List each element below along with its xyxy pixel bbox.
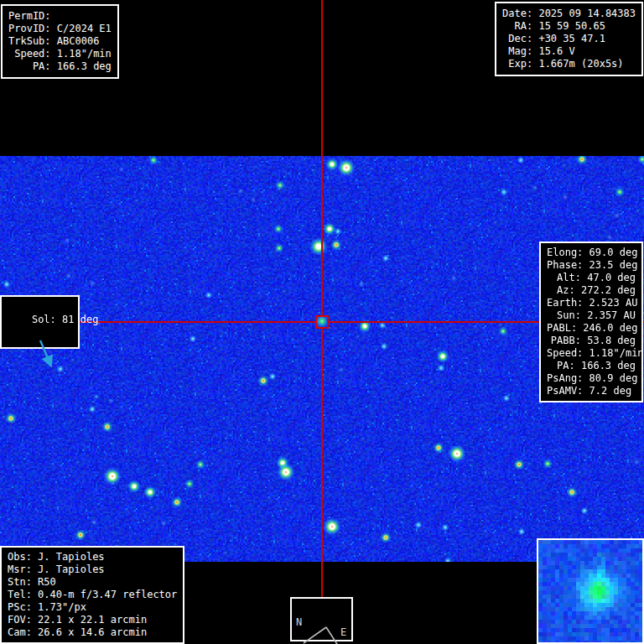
info-label: Cam: bbox=[8, 626, 32, 639]
info-row: Earth:2.523 AU bbox=[547, 297, 636, 309]
info-value: 166.3 deg bbox=[51, 60, 112, 73]
info-value: 22.1 x 22.1 arcmin bbox=[32, 614, 147, 626]
info-label: Mag: bbox=[502, 45, 532, 58]
info-label: PSc: bbox=[8, 601, 32, 614]
info-value: 26.6 x 14.6 arcmin bbox=[32, 626, 147, 639]
geometry-info-panel: Elong:69.0 degPhase:23.5 degAlt:47.0 deg… bbox=[539, 242, 643, 402]
info-label: Alt: bbox=[547, 272, 581, 284]
info-label: Speed: bbox=[8, 48, 51, 60]
compass-panel: N E bbox=[290, 597, 353, 641]
info-row: PsAMV:7.2 deg bbox=[547, 385, 636, 397]
info-row: Sun:2.357 AU bbox=[547, 309, 636, 322]
info-value: C/2024 E1 bbox=[51, 23, 112, 35]
info-label: PsAng: bbox=[547, 372, 583, 385]
target-zoom-inset bbox=[537, 538, 644, 644]
info-row: Az:272.2 deg bbox=[547, 284, 636, 297]
info-value: 1.73"/px bbox=[32, 601, 86, 614]
info-label: PABL: bbox=[547, 322, 577, 335]
observer-info-panel: Obs:J. TapiolesMsr:J. TapiolesStn:R50Tel… bbox=[0, 546, 184, 644]
compass-east-label: E bbox=[340, 626, 346, 639]
info-value: 2025 09 14.84383 bbox=[532, 8, 636, 20]
info-value: 15.6 V bbox=[532, 45, 575, 58]
info-row: Cam:26.6 x 14.6 arcmin bbox=[8, 626, 177, 639]
info-value: 166.3 deg bbox=[575, 360, 636, 372]
info-label: Speed: bbox=[547, 347, 583, 360]
info-value: 47.0 deg bbox=[581, 272, 636, 284]
info-label: Dec: bbox=[502, 33, 532, 45]
info-value: 1.667m (20x5s) bbox=[532, 58, 623, 70]
info-row: Tel:0.40-m f/3.47 reflector bbox=[8, 589, 177, 601]
info-row: RA:15 59 50.65 bbox=[502, 20, 636, 33]
info-value: 23.5 deg bbox=[583, 259, 637, 272]
target-zoom-image bbox=[538, 540, 642, 642]
info-value: 53.8 deg bbox=[581, 335, 636, 347]
info-row: Dec:+30 35 47.1 bbox=[502, 33, 636, 45]
info-label: Exp: bbox=[502, 58, 532, 70]
info-row: FOV:22.1 x 22.1 arcmin bbox=[8, 614, 177, 626]
info-value: 69.0 deg bbox=[583, 247, 637, 259]
info-value: 0.40-m f/3.47 reflector bbox=[32, 589, 177, 601]
info-label: Phase: bbox=[547, 259, 583, 272]
info-row: PA:166.3 deg bbox=[8, 60, 112, 73]
info-row: PSc:1.73"/px bbox=[8, 601, 177, 614]
info-label: RA: bbox=[502, 20, 532, 33]
info-row: Exp:1.667m (20x5s) bbox=[502, 58, 636, 70]
info-value: ABC0006 bbox=[51, 35, 100, 48]
info-value: 15 59 50.65 bbox=[532, 20, 605, 33]
info-value: 1.18"/min bbox=[583, 347, 643, 360]
info-value: J. Tapioles bbox=[32, 564, 105, 576]
info-value: 2.523 AU bbox=[583, 297, 637, 309]
info-value: 272.2 deg bbox=[575, 284, 636, 297]
info-value: 246.0 deg bbox=[577, 322, 637, 335]
info-label: Sun: bbox=[547, 309, 581, 322]
info-value: R50 bbox=[32, 576, 56, 589]
info-label: Msr: bbox=[8, 564, 32, 576]
crosshair-vertical-bottom bbox=[321, 329, 323, 597]
info-row: Alt:47.0 deg bbox=[547, 272, 636, 284]
info-label: PermID: bbox=[8, 10, 51, 23]
info-label: Obs: bbox=[8, 551, 32, 564]
target-marker-box bbox=[315, 315, 329, 329]
info-row: ProvID:C/2024 E1 bbox=[8, 23, 112, 35]
info-value: 1.18"/min bbox=[51, 48, 112, 60]
info-row: PsAng:80.9 deg bbox=[547, 372, 636, 385]
compass-north-label: N bbox=[296, 616, 302, 629]
info-value: J. Tapioles bbox=[32, 551, 105, 564]
sun-angle-label: Sol: 81 deg bbox=[32, 314, 98, 325]
target-info-panel: PermID:ProvID:C/2024 E1TrkSub:ABC0006Spe… bbox=[1, 4, 119, 79]
info-label: Date: bbox=[502, 8, 532, 20]
info-label: Stn: bbox=[8, 576, 32, 589]
info-row: Msr:J. Tapioles bbox=[8, 564, 177, 576]
info-row: PABL:246.0 deg bbox=[547, 322, 636, 335]
info-value: 2.357 AU bbox=[581, 309, 636, 322]
info-label: Az: bbox=[547, 284, 575, 297]
info-label: TrkSub: bbox=[8, 35, 51, 48]
info-value bbox=[51, 10, 57, 23]
info-row: Speed:1.18"/min bbox=[547, 347, 636, 360]
info-label: PsAMV: bbox=[547, 385, 583, 397]
info-value: +30 35 47.1 bbox=[532, 33, 605, 45]
info-label: PA: bbox=[8, 60, 51, 73]
info-row: Elong:69.0 deg bbox=[547, 247, 636, 259]
info-row: Date:2025 09 14.84383 bbox=[502, 8, 636, 20]
info-row: TrkSub:ABC0006 bbox=[8, 35, 112, 48]
info-label: PA: bbox=[547, 360, 575, 372]
info-row: PermID: bbox=[8, 10, 112, 23]
info-row: Stn:R50 bbox=[8, 576, 177, 589]
info-row: Obs:J. Tapioles bbox=[8, 551, 177, 564]
info-row: PA:166.3 deg bbox=[547, 360, 636, 372]
sun-direction-arrow-icon bbox=[8, 339, 72, 371]
info-value: 7.2 deg bbox=[583, 385, 631, 397]
info-label: Tel: bbox=[8, 589, 32, 601]
info-label: Elong: bbox=[547, 247, 583, 259]
info-row: Mag:15.6 V bbox=[502, 45, 636, 58]
info-label: PABB: bbox=[547, 335, 581, 347]
info-label: FOV: bbox=[8, 614, 32, 626]
astrometry-viewer: PermID:ProvID:C/2024 E1TrkSub:ABC0006Spe… bbox=[0, 0, 644, 644]
info-label: Earth: bbox=[547, 297, 583, 309]
info-label: ProvID: bbox=[8, 23, 51, 35]
crosshair-vertical-top bbox=[321, 0, 323, 315]
info-row: Phase:23.5 deg bbox=[547, 259, 636, 272]
sun-angle-panel: Sol: 81 deg bbox=[0, 295, 80, 349]
info-value: 80.9 deg bbox=[583, 372, 637, 385]
